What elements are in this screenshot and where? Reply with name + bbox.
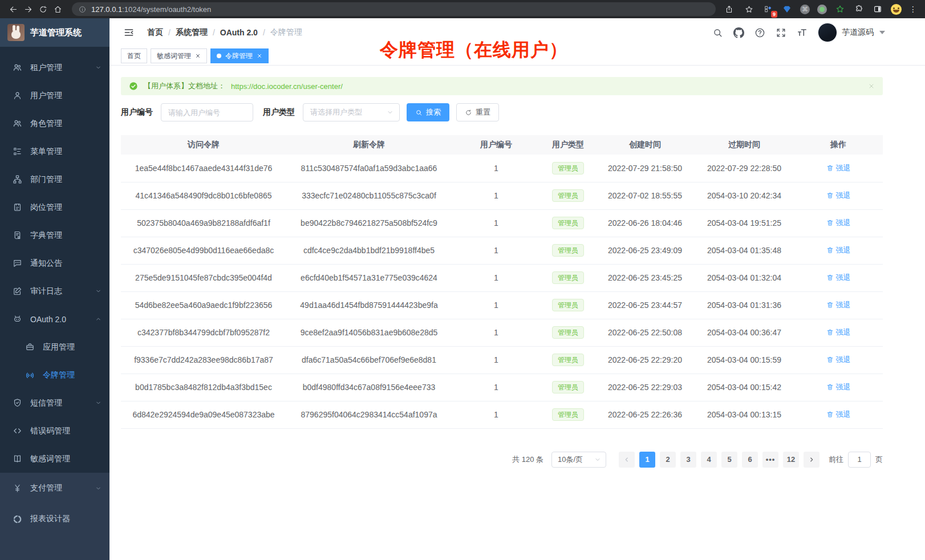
breadcrumb-item[interactable]: 系统管理 [176, 27, 208, 38]
browser-back-button[interactable] [6, 2, 21, 17]
created-at-cell: 2022-06-26 18:04:46 [595, 209, 695, 237]
search-button[interactable] [712, 27, 723, 38]
extension-badge: 9 [771, 11, 777, 18]
browser-home-button[interactable] [50, 2, 65, 17]
force-logout-button[interactable]: 强退 [826, 300, 851, 310]
force-logout-button[interactable]: 强退 [826, 355, 851, 365]
alert-label: 【用户体系】文档地址： [144, 81, 225, 91]
github-button[interactable] [733, 27, 744, 38]
close-icon[interactable] [195, 53, 201, 59]
page-button-3[interactable]: 3 [680, 452, 696, 468]
browser-reload-button[interactable] [35, 2, 50, 17]
browser-profile-avatar[interactable] [891, 4, 902, 15]
page-button-1[interactable]: 1 [639, 452, 655, 468]
users-icon [13, 63, 22, 72]
sidebar-item-audit-log[interactable]: 审计日志 [0, 277, 109, 305]
force-logout-button[interactable]: 强退 [826, 163, 851, 173]
sidebar-item-tenant[interactable]: 租户管理 [0, 54, 109, 82]
chevron-down-icon [95, 288, 102, 294]
browser-forward-button[interactable] [21, 2, 35, 17]
created-at-cell: 2022-06-25 22:29:20 [595, 346, 695, 374]
sidebar-item-dict[interactable]: 字典管理 [0, 221, 109, 249]
tab-令牌管理[interactable]: 令牌管理 [210, 48, 269, 63]
force-logout-button[interactable]: 强退 [826, 190, 851, 201]
page-button-2[interactable]: 2 [660, 452, 676, 468]
sidebar-item-role[interactable]: 角色管理 [0, 109, 109, 137]
extension-record-icon[interactable] [817, 5, 827, 14]
alert-close-icon[interactable] [868, 83, 875, 90]
side-panel-button[interactable] [872, 3, 883, 15]
sidebar-item-oauth2-token[interactable]: 令牌管理 [0, 361, 109, 389]
user-id-cell: 1 [452, 374, 541, 401]
created-at-cell: 2022-07-02 18:55:55 [595, 182, 695, 209]
page-button-6[interactable]: 6 [742, 452, 758, 468]
sidebar-item-oauth2[interactable]: OAuth 2.0 [0, 305, 109, 333]
browser-menu-button[interactable]: ⋮ [909, 5, 917, 14]
sidebar-collapse-button[interactable] [123, 27, 135, 38]
force-logout-button[interactable]: 强退 [826, 409, 851, 420]
access-token-cell: 275e5de9151045fe87cbdc395e004f4d [121, 264, 286, 291]
breadcrumb-item[interactable]: 首页 [147, 27, 163, 38]
page-button-12[interactable]: 12 [783, 452, 799, 468]
force-logout-button[interactable]: 强退 [826, 273, 851, 283]
alert-doc-link[interactable]: https://doc.iocoder.cn/user-center/ [231, 82, 343, 91]
sidebar-item-post[interactable]: 岗位管理 [0, 193, 109, 221]
access-token-cell: b0d1785bc3a8482f812db4a3f3bd15ec [121, 374, 286, 401]
page-button-4[interactable]: 4 [701, 452, 717, 468]
user-type-select[interactable]: 请选择用户类型 [303, 103, 400, 121]
site-info-icon[interactable] [79, 6, 86, 13]
app-logo[interactable]: 芋道管理系统 [0, 18, 109, 47]
extension-star-icon[interactable] [834, 3, 846, 15]
force-logout-button[interactable]: 强退 [826, 218, 851, 228]
user-menu[interactable]: 芋道源码 [818, 23, 885, 42]
sidebar-item-oauth2-app[interactable]: 应用管理 [0, 333, 109, 361]
sidebar-item-dept[interactable]: 部门管理 [0, 165, 109, 193]
font-size-button[interactable] [797, 27, 808, 38]
page-button-5[interactable]: 5 [721, 452, 737, 468]
force-logout-button[interactable]: 强退 [826, 245, 851, 255]
address-bar[interactable]: 127.0.0.1:1024/system/oauth2/token [72, 2, 716, 16]
extension-cmd-icon[interactable]: ⌘ [800, 5, 810, 14]
extension-gem-icon[interactable] [781, 3, 793, 15]
refresh-token-cell: e6cfd40eb1f54571a31e775e039c4624 [286, 264, 452, 291]
sidebar-item-pay[interactable]: 支付管理 [0, 473, 109, 504]
sidebar-item-user[interactable]: 用户管理 [0, 82, 109, 109]
pagination: 共 120 条 10条/页 123456•••12 前往 页 [121, 452, 883, 468]
refresh-token-cell: cdfc4ce9c2da4bb1bdf21b9918ff4be5 [286, 237, 452, 264]
shield-icon [13, 398, 22, 408]
search-icon [415, 109, 423, 116]
tab-敏感词管理[interactable]: 敏感词管理 [151, 48, 207, 63]
refresh-token-cell: dfa6c71a50a54c66bef706ef9e6e8d81 [286, 346, 452, 374]
badge-icon [13, 202, 22, 212]
sidebar-item-error-code[interactable]: 错误码管理 [0, 417, 109, 445]
sidebar-item-sensitive-word[interactable]: 敏感词管理 [0, 445, 109, 473]
sidebar-item-sms[interactable]: 短信管理 [0, 389, 109, 417]
page-size-select[interactable]: 10条/页 [551, 452, 606, 468]
force-logout-button[interactable]: 强退 [826, 327, 851, 338]
search-submit-button[interactable]: 搜索 [407, 103, 449, 121]
help-button[interactable] [754, 27, 765, 38]
column-header: 用户类型 [541, 135, 595, 155]
extension-grid-icon[interactable]: 9 [762, 3, 774, 15]
refresh-token-cell: 9ce8ef2aa9f14056b831ae9b608e28d5 [286, 319, 452, 346]
fullscreen-button[interactable] [776, 27, 786, 38]
share-button[interactable] [723, 3, 735, 15]
extensions-puzzle-button[interactable] [853, 3, 865, 15]
goto-page-input[interactable] [848, 452, 871, 468]
tree-icon [13, 147, 22, 156]
sidebar-item-notice[interactable]: 通知公告 [0, 249, 109, 277]
prev-page-button[interactable] [619, 452, 635, 468]
close-icon[interactable] [257, 53, 262, 59]
more-pages-button[interactable]: ••• [762, 452, 778, 468]
tab-首页[interactable]: 首页 [121, 48, 147, 63]
sidebar-item-report-designer[interactable]: 报表设计器 [0, 504, 109, 534]
breadcrumb-item[interactable]: OAuth 2.0 [220, 28, 258, 37]
created-at-cell: 2022-06-25 22:26:36 [595, 401, 695, 428]
reset-button[interactable]: 重置 [456, 103, 499, 121]
force-logout-button[interactable]: 强退 [826, 382, 851, 392]
next-page-button[interactable] [804, 452, 819, 468]
created-at-cell: 2022-06-25 23:44:57 [595, 291, 695, 319]
bookmark-star-button[interactable] [743, 3, 755, 15]
sidebar-item-menu[interactable]: 菜单管理 [0, 137, 109, 165]
user-id-input[interactable] [161, 103, 253, 121]
